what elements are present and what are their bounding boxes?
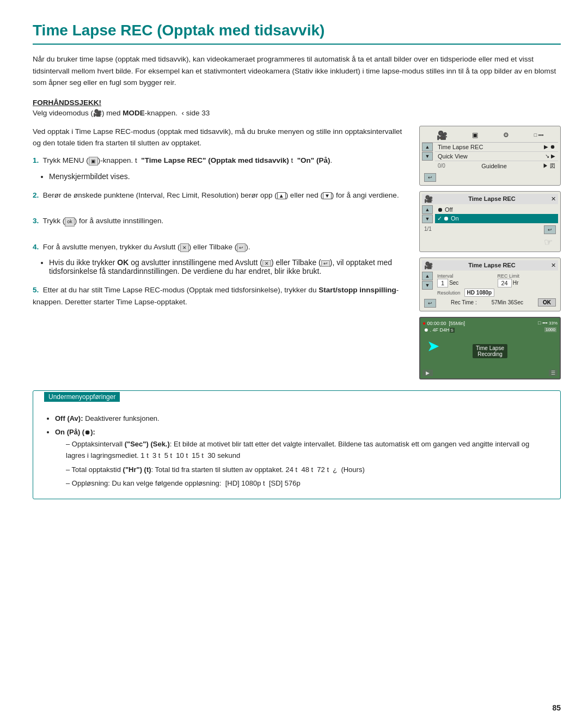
interval-field: Interval 1 Sec [437, 273, 496, 287]
arrow-down-2[interactable]: ▼ [422, 215, 433, 223]
close-icon-p2[interactable]: ✕ [551, 195, 556, 203]
interval-value: 1 [437, 279, 448, 287]
back-btn-2[interactable]: ↩ [544, 225, 556, 234]
arrow-down-3[interactable]: ▼ [422, 281, 433, 290]
off-label: ⏺ Off [437, 206, 453, 213]
panel-item-timelapse[interactable]: Time Lapse REC ▶ ⏺ [435, 143, 558, 152]
page-title: Time Lapse REC (Opptak med tidsavvik) [33, 22, 561, 45]
step-3: 3. Trykk (ok) for å avslutte innstilling… [33, 215, 408, 227]
panel-4-status: ⏺ . 4F D4HS 1000 [422, 327, 558, 335]
ok-button[interactable]: OK [538, 298, 556, 307]
left-content: Ved opptak i Time Lapse REC-modus (oppta… [33, 126, 408, 379]
on-label-note: On (På) (⏺): [55, 428, 95, 436]
panel-3-fields: Interval 1 Sec REC Limit 24 Hr [435, 272, 558, 297]
mode-text: 1000 [544, 327, 556, 332]
panel-1-footer: ↩ [422, 171, 558, 183]
panel-2-arrows: ▲ ▼ [422, 205, 433, 223]
resolution-label: Resolution [437, 290, 461, 296]
panel-1-body: ▲ ▼ Time Lapse REC ▶ ⏺ Quick View ↘ ▶ 0/… [422, 143, 558, 171]
ok-icon: ok [65, 217, 75, 226]
forhands-label: FORHÅNDSSJEKK! [33, 99, 561, 107]
menu-icon: ▣ [89, 157, 98, 166]
status-text: ⏺ . 4F D4HS [424, 327, 455, 333]
step-1-bullets: Menyskjermbildet vises. [49, 172, 408, 181]
back-btn-1[interactable]: ↩ [424, 173, 436, 182]
guideline-label: Guideline [481, 163, 506, 169]
back-btn-3[interactable]: ↩ [424, 299, 436, 308]
quickview-value: ↘ ▶ [545, 153, 555, 159]
arrow-up-2[interactable]: ▲ [422, 205, 433, 214]
rectime-label: Rec Time : [451, 299, 477, 305]
step-5-num: 5. [33, 286, 39, 294]
step-4-bullets: Hvis du ikke trykker OK og avslutter inn… [49, 258, 408, 275]
rec-dot: ● 00:00:00 [55Min] [422, 320, 465, 326]
step-5: 5. Etter at du har stilt Time Lapse REC-… [33, 284, 408, 308]
arrow-icon: ➤ [427, 337, 439, 355]
sub-item-3: Oppløsning: Du kan velge følgende oppløs… [66, 477, 549, 489]
panel-3-body: ▲ ▼ Interval 1 Sec REC Limit [422, 272, 558, 297]
panel-2-on-row[interactable]: ✓ ⏺ On [435, 214, 558, 223]
interval-row: 1 Sec [437, 279, 496, 287]
panel-3-grid: Interval 1 Sec REC Limit 24 Hr [435, 272, 558, 289]
check-icon: ✓ [437, 215, 442, 222]
timelapse-value: ▶ ⏺ [544, 144, 555, 150]
arrow-up-1[interactable]: ▲ [422, 143, 433, 151]
forhands-text: Velg videomodus (🎥) med MODE-knappen. ‹ … [33, 109, 561, 117]
guideline-value: ▶ 図 [543, 162, 555, 170]
resolution-value: HD 1080p [464, 289, 495, 297]
counter-1: 0/0 [438, 163, 445, 169]
sub-item-1: Opptaksintervall ("Sec") (Sek.): Et bild… [66, 438, 549, 462]
right-content: 🎥 ▣ ⚙ □ ▪▪▪ ▲ ▼ Time Lapse REC ▶ ⏺ Quick… [419, 126, 561, 379]
step-1: 1. Trykk MENU (▣)-knappen. t "Time Lapse… [33, 155, 408, 167]
recording-label: Time Lapse Recording [473, 344, 507, 358]
interval-unit: Sec [449, 280, 458, 286]
back-icon-2: ↩ [321, 260, 330, 267]
panel-1: 🎥 ▣ ⚙ □ ▪▪▪ ▲ ▼ Time Lapse REC ▶ ⏺ Quick… [419, 126, 561, 186]
sub-item-2: Total opptakstid ("Hr") (t): Total tid f… [66, 464, 549, 475]
cam-icon-p2: 🎥 [424, 195, 433, 203]
counter-2: 1/1 [424, 226, 432, 232]
panel-2-header: 🎥 Time Lapse REC ✕ [422, 194, 558, 204]
cam-icon-1: 🎥 [437, 130, 448, 140]
panel-4-bottombar: ▶ ☰ [422, 370, 558, 376]
reclimit-value: 24 [498, 279, 512, 287]
note-box-header: Undermenyoppføringer [44, 392, 549, 407]
step-4: 4. For å avslutte menyen, trykker du Avs… [33, 241, 408, 253]
interval-label: Interval [437, 273, 496, 279]
cam-icon-2: ▣ [472, 131, 478, 139]
close-icon-p3[interactable]: ✕ [551, 262, 556, 269]
menu-intro: Ved opptak i Time Lapse REC-modus (oppta… [33, 126, 408, 149]
arrow-down-1[interactable]: ▼ [422, 152, 433, 161]
panel-2-footer: 1/1 ↩ [422, 223, 558, 235]
panel-2-body: ▲ ▼ ⏺ Off ✓ ⏺ On [422, 205, 558, 223]
quickview-label: Quick View [438, 153, 468, 160]
step-3-num: 3. [33, 217, 39, 225]
panel-item-quickview[interactable]: Quick View ↘ ▶ [435, 152, 558, 161]
rectime-value: 57Min 36Sec [492, 299, 523, 305]
panel-2-title: Time Lapse REC [468, 195, 516, 202]
step-1-num: 1. [33, 156, 39, 164]
panel-4-topbar: ● 00:00:00 [55Min] □ ▪▪▪ 33% [422, 320, 558, 326]
panel-2-items: ⏺ Off ✓ ⏺ On [435, 205, 558, 223]
panel-1-toprow: 🎥 ▣ ⚙ □ ▪▪▪ [422, 128, 558, 143]
page-number: 85 [552, 703, 561, 712]
note-items: Off (Av): Deaktiverer funksjonen. On (På… [55, 413, 549, 489]
arrow-up-3[interactable]: ▲ [422, 272, 433, 280]
panel-item-guideline[interactable]: 0/0 Guideline ▶ 図 [435, 161, 558, 171]
panel-1-items: Time Lapse REC ▶ ⏺ Quick View ↘ ▶ 0/0 Gu… [435, 143, 558, 171]
panel-3: 🎥 Time Lapse REC ✕ ▲ ▼ Interval 1 Sec [419, 258, 561, 311]
step-1-bullet-1: Menyskjermbildet vises. [49, 172, 408, 181]
note-item-on: On (På) (⏺): Opptaksintervall ("Sec") (S… [55, 426, 549, 489]
menu-icon-vf[interactable]: ☰ [549, 370, 558, 376]
x-icon: ✕ [180, 243, 189, 252]
panel-1-arrows: ▲ ▼ [422, 143, 433, 171]
step-2-num: 2. [33, 191, 39, 199]
cam-icon-p3: 🎥 [424, 261, 433, 269]
battery-status: □ ▪▪▪ 33% [538, 320, 558, 326]
panel-2-off-row[interactable]: ⏺ Off [435, 205, 558, 214]
resolution-row: Resolution HD 1080p [435, 289, 558, 297]
reclimit-unit: Hr [513, 280, 519, 286]
label-1: Time Lapse [476, 345, 504, 351]
play-btn[interactable]: ▶ [422, 370, 433, 376]
intro-text: Når du bruker time lapse (opptak med tid… [33, 53, 561, 89]
